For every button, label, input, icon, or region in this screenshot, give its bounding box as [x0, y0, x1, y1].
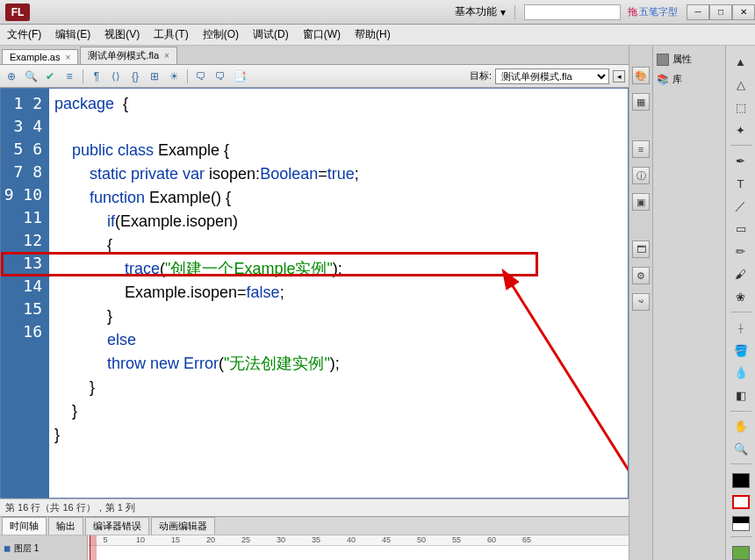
behaviors-panel-icon[interactable]: ༄	[632, 293, 650, 311]
properties-icon	[657, 54, 669, 66]
highlight-annotation	[1, 252, 538, 276]
library-panel-button[interactable]: 📚库	[657, 73, 722, 86]
eraser-tool-icon[interactable]: ◧	[730, 386, 751, 406]
tab-test-fla[interactable]: 测试单例模式.fla×	[80, 47, 177, 64]
code-toolbar: ⊕ 🔍 ✔ ≡ ¶ ⟨⟩ {} ⊞ ☀ 🗨 🗨 📑 目标: 测试单例模式.fla…	[0, 65, 629, 88]
debug-icon[interactable]: 🗨	[193, 68, 209, 84]
menu-edit[interactable]: 编辑(E)	[55, 27, 90, 42]
components-panel-icon[interactable]: ⚙	[632, 267, 650, 284]
panel-collapse-button[interactable]: ◂	[613, 70, 625, 83]
timeline-ruler[interactable]: 5101520253035404550556065	[88, 535, 629, 560]
free-transform-tool-icon[interactable]: ⬚	[730, 98, 751, 118]
library-panel-icon[interactable]: 🗔	[632, 241, 650, 258]
target-label: 目标:	[470, 69, 492, 83]
swatches-panel-icon[interactable]: ▦	[632, 93, 650, 111]
brush-tool-icon[interactable]: 🖌	[730, 265, 751, 284]
lasso-tool-icon[interactable]: ✦	[730, 121, 751, 140]
uncomment-icon[interactable]: ☀	[166, 68, 182, 84]
bone-tool-icon[interactable]: ⟊	[730, 318, 751, 337]
collapse-icon[interactable]: {}	[127, 68, 143, 84]
option-swatch[interactable]	[732, 546, 750, 560]
hint-icon[interactable]: ¶	[89, 68, 104, 84]
comment-icon[interactable]: ⊞	[147, 68, 162, 84]
menu-file[interactable]: 文件(F)	[7, 27, 41, 42]
eyedropper-tool-icon[interactable]: 💧	[730, 363, 751, 383]
line-gutter: 1 2 3 4 5 6 7 8 9 10 11 12 13 14 15 16	[1, 89, 49, 498]
target-select[interactable]: 测试单例模式.fla	[495, 68, 609, 84]
swap-colors-icon[interactable]	[732, 516, 750, 530]
stroke-color[interactable]	[732, 473, 750, 487]
color-panel-icon[interactable]: 🎨	[632, 67, 650, 84]
menu-view[interactable]: 视图(V)	[104, 27, 140, 42]
document-tabs: Example.as× 测试单例模式.fla×	[0, 46, 629, 65]
pencil-tool-icon[interactable]: ✏	[730, 242, 751, 262]
zoom-tool-icon[interactable]: 🔍	[730, 439, 751, 458]
subselection-tool-icon[interactable]: △	[730, 75, 751, 95]
menu-bar: 文件(F) 编辑(E) 视图(V) 工具(T) 控制(O) 调试(D) 窗口(W…	[0, 25, 755, 46]
app-logo: FL	[5, 4, 30, 21]
menu-control[interactable]: 控制(O)	[203, 27, 239, 42]
paint-bucket-tool-icon[interactable]: 🪣	[730, 341, 751, 360]
text-tool-icon[interactable]: T	[730, 174, 751, 193]
format-icon[interactable]: ≡	[61, 68, 77, 84]
check-icon[interactable]: ✔	[42, 68, 58, 84]
tab-motion-editor[interactable]: 动画编辑器	[151, 517, 215, 535]
code-text[interactable]: package { public class Example { static …	[49, 89, 628, 498]
tab-example-as[interactable]: Example.as×	[2, 49, 78, 64]
right-panels: 🎨 ▦ ≡ ⓘ ▣ 🗔 ⚙ ༄ 属性 📚库	[629, 46, 725, 560]
maximize-button[interactable]: □	[709, 4, 732, 20]
deco-tool-icon[interactable]: ❀	[730, 288, 751, 307]
hand-tool-icon[interactable]: ✋	[730, 417, 751, 436]
fill-color[interactable]	[732, 495, 750, 510]
bottom-panel: 时间轴 输出 编译器错误 动画编辑器 ◼图层 1 510152025303540…	[0, 516, 629, 560]
title-bar: FL 基本功能▾ 🔍 拖五笔字型 ─ □ ✕	[0, 0, 755, 25]
breakpoint-icon[interactable]: 🗨	[212, 68, 228, 84]
workspace-dropdown[interactable]: 基本功能▾	[455, 4, 506, 19]
pen-tool-icon[interactable]: ✒	[730, 151, 751, 170]
ime-indicator[interactable]: 拖五笔字型	[628, 5, 678, 18]
tab-compiler-errors[interactable]: 编译器错误	[85, 517, 149, 535]
bookmark-icon[interactable]: 📑	[232, 68, 248, 84]
menu-tools[interactable]: 工具(T)	[154, 27, 188, 42]
code-editor[interactable]: 1 2 3 4 5 6 7 8 9 10 11 12 13 14 15 16 p…	[0, 88, 629, 499]
find-icon[interactable]: 🔍	[23, 68, 39, 84]
add-icon[interactable]: ⊕	[4, 68, 19, 84]
tab-output[interactable]: 输出	[48, 517, 83, 535]
close-icon[interactable]: ×	[164, 51, 169, 61]
layer-row[interactable]: ◼图层 1	[0, 535, 88, 560]
menu-help[interactable]: 帮助(H)	[355, 27, 391, 42]
transform-panel-icon[interactable]: ▣	[632, 193, 650, 211]
line-tool-icon[interactable]: ／	[730, 197, 751, 216]
close-button[interactable]: ✕	[732, 4, 755, 20]
align-panel-icon[interactable]: ≡	[632, 140, 650, 158]
library-icon: 📚	[657, 74, 669, 85]
tools-panel: ▲ △ ⬚ ✦ ✒ T ／ ▭ ✏ 🖌 ❀ ⟊ 🪣 💧 ◧ ✋ 🔍	[725, 46, 755, 560]
selection-tool-icon[interactable]: ▲	[730, 53, 751, 72]
rectangle-tool-icon[interactable]: ▭	[730, 219, 751, 239]
close-icon[interactable]: ×	[65, 53, 70, 62]
tab-timeline[interactable]: 时间轴	[2, 517, 47, 535]
menu-debug[interactable]: 调试(D)	[253, 27, 289, 42]
properties-panel-button[interactable]: 属性	[657, 53, 722, 66]
minimize-button[interactable]: ─	[687, 4, 709, 20]
status-bar: 第 16 行（共 16 行），第 1 列	[0, 499, 629, 516]
menu-window[interactable]: 窗口(W)	[303, 27, 341, 42]
info-panel-icon[interactable]: ⓘ	[632, 167, 650, 184]
snippet-icon[interactable]: ⟨⟩	[108, 68, 124, 84]
playhead[interactable]	[90, 535, 97, 560]
search-input[interactable]	[524, 4, 621, 20]
